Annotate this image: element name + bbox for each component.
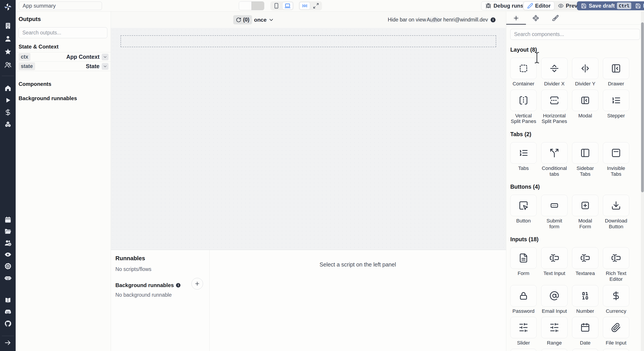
component-card-password[interactable]: Password	[510, 285, 537, 314]
component-card-sidebar-tabs[interactable]: Sidebar Tabs	[572, 142, 598, 177]
redo-button[interactable]	[252, 1, 264, 10]
editor-tab-button[interactable]: Editor	[524, 2, 554, 10]
scrollbar-thumb[interactable]	[641, 22, 644, 192]
dollar-sign-icon	[611, 291, 621, 301]
panel-left-close-icon	[611, 64, 621, 73]
state-key-badge: state	[18, 62, 35, 70]
sidebar-discord-button[interactable]	[0, 308, 16, 316]
component-card-number[interactable]: Number	[572, 285, 598, 314]
component-card-stepper[interactable]: Stepper	[603, 90, 629, 124]
component-card-tabs[interactable]: Tabs	[510, 142, 537, 177]
ctx-row[interactable]: ctx App Context	[16, 52, 111, 62]
ctx-expand-button[interactable]	[102, 54, 108, 60]
windmill-logo-icon[interactable]	[0, 2, 16, 12]
sidebar-calendar-button[interactable]	[0, 216, 16, 224]
component-card-submit-form[interactable]: Submit form	[541, 195, 568, 230]
component-card-text-input[interactable]: Text Input	[541, 247, 568, 282]
schedule-dropdown[interactable]: once	[254, 15, 274, 24]
info-icon[interactable]: i	[176, 283, 180, 288]
add-background-runnable-button[interactable]	[192, 278, 203, 290]
square-mouse-pointer-icon	[518, 200, 528, 210]
sidebar-github-button[interactable]	[0, 320, 16, 328]
sidebar-folder-button[interactable]	[0, 227, 16, 235]
search-outputs-input[interactable]	[18, 27, 107, 38]
components-panel: Layout (8)ContainerDivider XDivider YDra…	[506, 12, 644, 351]
component-card-modal-form[interactable]: Modal Form	[572, 195, 598, 230]
state-row[interactable]: state State	[16, 62, 111, 71]
sidebar-play-button[interactable]	[0, 96, 16, 104]
component-card-partial[interactable]	[603, 349, 629, 351]
component-label: Email Input	[542, 308, 567, 314]
sidebar-book-button[interactable]	[0, 296, 16, 304]
theme-tab[interactable]	[546, 12, 565, 24]
component-card-currency[interactable]: Currency	[603, 285, 629, 314]
refresh-count-button[interactable]: (0)	[233, 15, 252, 24]
sidebar-eye-button[interactable]	[0, 250, 16, 258]
sidebar-dollar-button[interactable]	[0, 108, 16, 116]
component-card-container[interactable]: Container	[510, 58, 537, 87]
gear-icon	[4, 262, 12, 270]
at-sign-icon	[550, 291, 559, 301]
component-card-range[interactable]: Range	[541, 317, 568, 346]
component-card-partial[interactable]	[572, 349, 598, 351]
center-column: (0) once Hide bar on view Author henri@w…	[111, 12, 506, 351]
component-card-horizontal-split-panes[interactable]: Horizontal Split Panes	[541, 90, 568, 124]
sidebar-home-button[interactable]	[0, 84, 16, 92]
app-summary-input[interactable]	[19, 2, 102, 10]
sidebar-robot-button[interactable]	[0, 274, 16, 282]
sidebar-circles-button[interactable]	[0, 120, 16, 128]
users-icon	[4, 61, 12, 68]
debug-runs-button[interactable]: Debug runs	[481, 1, 528, 10]
component-card-divider-x[interactable]: Divider X	[541, 58, 568, 87]
sidebar-star-button[interactable]	[0, 48, 16, 56]
sidebar-users-button[interactable]	[0, 61, 16, 69]
component-label: Vertical Split Panes	[510, 113, 537, 124]
paperclip-icon	[611, 322, 621, 332]
component-settings-tab[interactable]	[526, 12, 546, 24]
more-menu-button[interactable]	[471, 1, 478, 10]
sidebar-users-gear-button[interactable]	[0, 239, 16, 247]
component-card-button[interactable]: Button	[510, 195, 537, 230]
component-card-form[interactable]: Form	[510, 247, 537, 282]
component-card-modal[interactable]: Modal	[572, 90, 598, 124]
state-expand-button[interactable]	[102, 63, 108, 70]
collapse-sidebar-button[interactable]	[0, 339, 16, 346]
undo-button[interactable]	[239, 1, 252, 10]
component-card-drawer[interactable]: Drawer	[603, 58, 629, 87]
component-card-file-input[interactable]: File Input	[603, 317, 629, 346]
search-components-input[interactable]	[510, 29, 640, 40]
component-card-email-input[interactable]: Email Input	[541, 285, 568, 314]
component-card-partial[interactable]	[510, 349, 537, 351]
deploy-button[interactable]: Deploy	[631, 1, 644, 10]
sidebar-gear-button[interactable]	[0, 262, 16, 270]
app-canvas[interactable]	[111, 28, 506, 250]
component-card-conditional-tabs[interactable]: Conditional tabs	[541, 142, 568, 177]
state-context-list: ctx App Context state State	[16, 52, 111, 71]
component-card-slider[interactable]: Slider	[510, 317, 537, 346]
desktop-view-button[interactable]	[282, 2, 293, 10]
expand-canvas-button[interactable]	[310, 2, 321, 10]
component-card-divider-y[interactable]: Divider Y	[572, 58, 598, 87]
sidebar-user-button[interactable]	[0, 35, 16, 43]
components-list: Layout (8)ContainerDivider XDivider YDra…	[506, 24, 644, 351]
component-label: Form	[518, 270, 530, 276]
component-card-invisible-tabs[interactable]: Invisible Tabs	[603, 142, 629, 177]
hide-bar-label: Hide bar on view	[388, 17, 426, 23]
info-icon[interactable]: i	[490, 18, 496, 22]
component-card-rich-text-editor[interactable]: Rich Text Editor	[603, 247, 629, 282]
component-label: Download Button	[603, 218, 629, 230]
file-text-icon	[518, 253, 528, 263]
component-card-date[interactable]: Date	[572, 317, 598, 346]
insert-component-tab[interactable]	[506, 12, 526, 24]
component-card-download-button[interactable]: Download Button	[603, 195, 629, 230]
canvas-empty-placeholder[interactable]	[120, 35, 496, 47]
sidebar-building-button[interactable]	[0, 22, 16, 30]
component-card-partial[interactable]	[541, 349, 568, 351]
center-canvas-button[interactable]	[300, 2, 310, 10]
component-card-vertical-split-panes[interactable]: Vertical Split Panes	[510, 90, 537, 124]
component-grid: ButtonSubmit formModal FormDownload Butt…	[510, 195, 640, 230]
windmill-app-editor: Debug runs Editor Preview Save draft Ctr…	[0, 0, 644, 351]
component-card-textarea[interactable]: Textarea	[572, 247, 598, 282]
mobile-view-button[interactable]	[271, 2, 282, 10]
component-label: Invisible Tabs	[603, 166, 629, 177]
